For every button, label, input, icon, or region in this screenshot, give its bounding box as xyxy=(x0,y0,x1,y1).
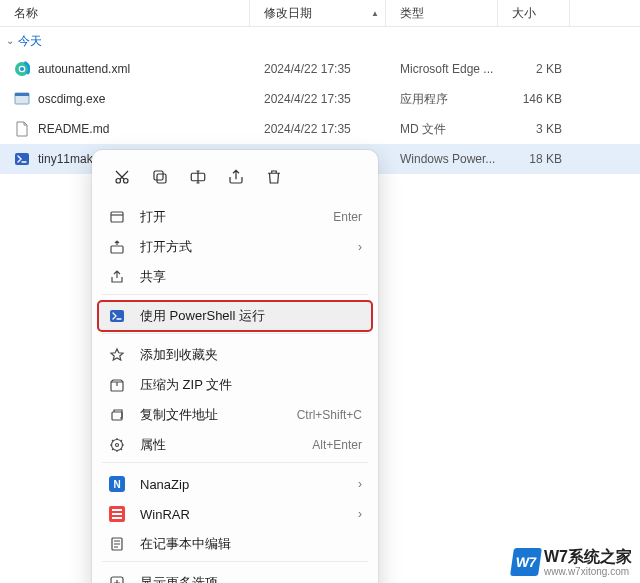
menu-item-accelerator: Ctrl+Shift+C xyxy=(297,408,362,422)
file-row[interactable]: autounattend.xml 2024/4/22 17:35 Microso… xyxy=(0,54,640,84)
chevron-right-icon: › xyxy=(358,240,362,254)
powershell-icon xyxy=(14,151,30,167)
menu-item-winrar[interactable]: WinRAR › xyxy=(98,499,372,529)
sort-asc-icon: ▲ xyxy=(371,9,379,18)
file-type: Microsoft Edge ... xyxy=(386,62,498,76)
file-date: 2024/4/22 17:35 xyxy=(250,122,386,136)
watermark-title: W7系统之家 xyxy=(544,548,632,565)
file-name: README.md xyxy=(38,122,109,136)
svg-point-8 xyxy=(124,179,129,184)
menu-item-nanazip[interactable]: N NanaZip › xyxy=(98,469,372,499)
svg-point-3 xyxy=(20,67,24,71)
menu-separator xyxy=(102,561,368,562)
notepad-icon xyxy=(108,536,126,552)
file-date: 2024/4/22 17:35 xyxy=(250,92,386,106)
column-header-row: 名称 修改日期▲ 类型 大小 xyxy=(0,0,640,27)
svg-rect-13 xyxy=(111,246,123,253)
nanazip-icon: N xyxy=(108,476,126,492)
menu-separator xyxy=(102,462,368,463)
menu-item-label: 复制文件地址 xyxy=(140,406,283,424)
svg-rect-12 xyxy=(111,212,123,222)
svg-rect-10 xyxy=(154,171,163,180)
file-type: Windows Power... xyxy=(386,152,498,166)
watermark: W7 W7系统之家 www.w7xitong.com xyxy=(512,547,632,577)
menu-item-label: 打开 xyxy=(140,208,319,226)
menu-item-run-with-powershell[interactable]: 使用 PowerShell 运行 xyxy=(98,301,372,331)
svg-rect-14 xyxy=(110,310,124,322)
open-with-icon xyxy=(108,239,126,255)
menu-item-label: NanaZip xyxy=(140,477,344,492)
copy-path-icon xyxy=(108,407,126,423)
menu-item-open-with[interactable]: 打开方式 › xyxy=(98,232,372,262)
group-today[interactable]: ⌄ 今天 xyxy=(0,27,640,54)
share-button[interactable] xyxy=(218,160,254,194)
menu-item-compress-zip[interactable]: 压缩为 ZIP 文件 xyxy=(98,370,372,400)
menu-item-show-more-options[interactable]: 显示更多选项 xyxy=(98,568,372,583)
copy-button[interactable] xyxy=(142,160,178,194)
column-header-size[interactable]: 大小 xyxy=(498,0,570,26)
group-label: 今天 xyxy=(18,33,42,50)
column-header-type-label: 类型 xyxy=(400,5,424,22)
chevron-right-icon: › xyxy=(358,507,362,521)
chevron-right-icon: › xyxy=(358,477,362,491)
winrar-icon xyxy=(108,506,126,522)
svg-rect-9 xyxy=(157,174,166,183)
file-date: 2024/4/22 17:35 xyxy=(250,62,386,76)
menu-item-label: WinRAR xyxy=(140,507,344,522)
delete-button[interactable] xyxy=(256,160,292,194)
menu-item-accelerator: Alt+Enter xyxy=(312,438,362,452)
menu-item-label: 属性 xyxy=(140,436,298,454)
svg-point-17 xyxy=(116,444,119,447)
menu-item-label: 使用 PowerShell 运行 xyxy=(140,307,362,325)
cut-button[interactable] xyxy=(104,160,140,194)
exe-icon xyxy=(14,91,30,107)
file-type: MD 文件 xyxy=(386,121,498,138)
menu-item-label: 添加到收藏夹 xyxy=(140,346,362,364)
file-name: autounattend.xml xyxy=(38,62,130,76)
menu-item-open[interactable]: 打开 Enter xyxy=(98,202,372,232)
context-menu-toolbar xyxy=(98,156,372,202)
menu-item-add-favorite[interactable]: 添加到收藏夹 xyxy=(98,340,372,370)
menu-item-accelerator: Enter xyxy=(333,210,362,224)
menu-item-label: 压缩为 ZIP 文件 xyxy=(140,376,362,394)
menu-item-properties[interactable]: 属性 Alt+Enter xyxy=(98,430,372,460)
file-size: 3 KB xyxy=(498,122,570,136)
file-row[interactable]: oscdimg.exe 2024/4/22 17:35 应用程序 146 KB xyxy=(0,84,640,114)
watermark-url: www.w7xitong.com xyxy=(544,566,632,577)
svg-rect-15 xyxy=(112,412,122,420)
document-icon xyxy=(14,121,30,137)
file-row[interactable]: README.md 2024/4/22 17:35 MD 文件 3 KB xyxy=(0,114,640,144)
menu-item-label: 共享 xyxy=(140,268,362,286)
menu-separator xyxy=(102,333,368,334)
menu-item-copy-path[interactable]: 复制文件地址 Ctrl+Shift+C xyxy=(98,400,372,430)
star-icon xyxy=(108,347,126,363)
column-header-name[interactable]: 名称 xyxy=(0,0,250,26)
powershell-icon xyxy=(108,308,126,324)
context-menu: 打开 Enter 打开方式 › 共享 使用 PowerShell 运行 添加到收… xyxy=(92,150,378,583)
menu-item-label: 显示更多选项 xyxy=(140,574,362,583)
column-header-type[interactable]: 类型 xyxy=(386,0,498,26)
column-header-date-label: 修改日期 xyxy=(264,5,312,22)
menu-item-share[interactable]: 共享 xyxy=(98,262,372,292)
zip-icon xyxy=(108,377,126,393)
chevron-down-icon: ⌄ xyxy=(6,35,14,46)
more-options-icon xyxy=(108,575,126,583)
file-name: tiny11make xyxy=(38,152,99,166)
svg-rect-5 xyxy=(15,93,29,96)
open-icon xyxy=(108,209,126,225)
share-icon xyxy=(108,269,126,285)
menu-separator xyxy=(102,294,368,295)
file-size: 2 KB xyxy=(498,62,570,76)
menu-item-edit-in-notepad[interactable]: 在记事本中编辑 xyxy=(98,529,372,559)
file-type: 应用程序 xyxy=(386,91,498,108)
file-size: 146 KB xyxy=(498,92,570,106)
column-header-name-label: 名称 xyxy=(14,5,38,22)
column-header-date[interactable]: 修改日期▲ xyxy=(250,0,386,26)
file-name: oscdimg.exe xyxy=(38,92,105,106)
watermark-logo: W7 xyxy=(510,548,542,576)
file-size: 18 KB xyxy=(498,152,570,166)
menu-item-label: 打开方式 xyxy=(140,238,344,256)
menu-item-label: 在记事本中编辑 xyxy=(140,535,362,553)
rename-button[interactable] xyxy=(180,160,216,194)
column-header-size-label: 大小 xyxy=(512,5,536,22)
